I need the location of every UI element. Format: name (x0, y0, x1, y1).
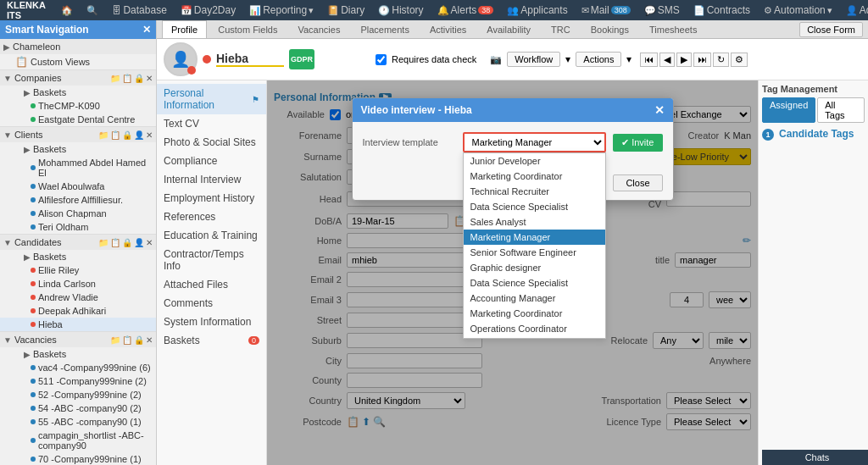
companies-action2[interactable]: 📋 (122, 74, 132, 83)
candidates-action4[interactable]: 👤 (134, 238, 144, 247)
invite-button[interactable]: ✔ Invite (613, 134, 662, 152)
candidates-action2[interactable]: 📋 (110, 238, 120, 247)
vacancies-baskets[interactable]: ▶ Baskets (0, 347, 156, 361)
vacancies-action3[interactable]: 🔒 (134, 335, 144, 345)
tab-bookings[interactable]: Bookings (581, 20, 638, 38)
first-arrow[interactable]: ⏮ (640, 53, 658, 67)
company-eastgate[interactable]: Eastgate Dental Centre (0, 113, 156, 126)
nav-admin[interactable]: 👤 Admin (842, 4, 868, 16)
vacancies-close-icon[interactable]: ✕ (146, 335, 153, 345)
clients-action4[interactable]: 👤 (134, 130, 144, 140)
nav-mail[interactable]: ✉ Mail 308 (577, 4, 635, 16)
candidates-baskets[interactable]: ▶ Baskets (0, 250, 156, 263)
last-arrow[interactable]: ⏭ (693, 53, 711, 67)
nav-contracts[interactable]: 📄 Contracts (689, 4, 754, 16)
nav-education-training[interactable]: Education & Training (157, 226, 266, 245)
candidate-deepak[interactable]: Deepak Adhikari (0, 304, 156, 318)
dropdown-item-6[interactable]: Senior Software Engineer (464, 245, 606, 260)
tab-trc[interactable]: TRC (542, 20, 580, 38)
vacancies-action1[interactable]: 📁 (110, 335, 120, 345)
nav-sms[interactable]: 💬 SMS (640, 4, 684, 16)
nav-home[interactable]: 🏠 (57, 5, 77, 16)
tab-availability[interactable]: Availability (477, 20, 540, 38)
tab-custom-fields[interactable]: Custom Fields (209, 20, 287, 38)
requires-data-check-checkbox[interactable] (376, 54, 387, 65)
tab-vacancies[interactable]: Vacancies (288, 20, 349, 38)
clients-header[interactable]: ▼ Clients 📁 📋 🔒 👤 ✕ (0, 127, 156, 142)
nav-search[interactable]: 🔍 (82, 5, 103, 16)
nav-automation[interactable]: ⚙ Automation ▾ (760, 4, 837, 16)
candidates-close-icon[interactable]: ✕ (146, 238, 153, 247)
client-alison[interactable]: Alison Chapman (0, 207, 156, 220)
vacancies-action2[interactable]: 📋 (122, 335, 132, 345)
dropdown-item-12[interactable]: Nurse Assistant (464, 336, 606, 339)
candidate-linda[interactable]: Linda Carlson (0, 277, 156, 291)
client-wael[interactable]: Wael Aboulwafa (0, 180, 156, 193)
nav-reporting[interactable]: 📊 Reporting ▾ (245, 4, 318, 16)
dropdown-item-3[interactable]: Data Science Specialist (464, 199, 606, 214)
next-arrow[interactable]: ▶ (676, 53, 692, 67)
dropdown-item-10[interactable]: Marketing Coordinator (464, 306, 606, 321)
actions-button[interactable]: Actions (576, 52, 621, 67)
vacancy-52[interactable]: 52 -Company999nine (2) (0, 388, 156, 401)
candidates-action1[interactable]: 📁 (98, 238, 108, 247)
tab-placements[interactable]: Placements (351, 20, 418, 38)
dropdown-item-9[interactable]: Accounting Manager (464, 291, 606, 306)
nav-text-cv[interactable]: Text CV (157, 114, 266, 133)
sidebar-close-icon[interactable]: ✕ (142, 24, 151, 36)
tab-profile[interactable]: Profile (162, 20, 207, 38)
candidate-andrew[interactable]: Andrew Vladie (0, 291, 156, 304)
companies-close-icon[interactable]: ✕ (146, 74, 153, 83)
tab-timesheets[interactable]: Timesheets (640, 20, 706, 38)
client-mohammed[interactable]: Mohammed Abdel Hamed El (0, 156, 156, 180)
candidates-action3[interactable]: 🔒 (122, 238, 132, 247)
candidate-ellie[interactable]: Ellie Riley (0, 263, 156, 277)
nav-employment-history[interactable]: Employment History (157, 189, 266, 208)
companies-header[interactable]: ▼ Companies 📁 📋 🔒 ✕ (0, 70, 156, 86)
clients-action1[interactable]: 📁 (98, 130, 108, 140)
nav-database[interactable]: 🗄 Database (108, 4, 170, 16)
nav-system-info[interactable]: System Information (157, 313, 266, 331)
nav-compliance[interactable]: Compliance (157, 152, 266, 170)
dropdown-item-0[interactable]: Junior Developer (464, 153, 606, 169)
companies-baskets[interactable]: ▶ Baskets (0, 86, 156, 99)
dropdown-item-8[interactable]: Data Science Specialist (464, 275, 606, 291)
vacancy-511[interactable]: 511 -Company999nine (2) (0, 374, 156, 388)
nav-history[interactable]: 🕐 History (374, 4, 427, 16)
tag-tab-all[interactable]: All Tags (817, 97, 865, 123)
nav-alerts[interactable]: 🔔 Alerts 38 (433, 4, 498, 16)
candidate-hieba[interactable]: Hieba (0, 318, 156, 331)
nav-baskets[interactable]: Baskets 0 (157, 331, 266, 350)
companies-action3[interactable]: 🔒 (134, 74, 144, 83)
client-alfilesfore[interactable]: Alfilesfore Alffilliesur. (0, 193, 156, 207)
dropdown-item-4[interactable]: Sales Analyst (464, 214, 606, 230)
nav-day2day[interactable]: 📅 Day2Day (176, 4, 240, 16)
prev-arrow[interactable]: ◀ (659, 53, 675, 67)
dropdown-item-5[interactable]: Marketing Manager (464, 230, 606, 245)
dropdown-item-2[interactable]: Technical Recruiter (464, 184, 606, 199)
clients-action2[interactable]: 📋 (110, 130, 120, 140)
vacancy-vac4[interactable]: vac4 -Company999nine (6) (0, 361, 156, 374)
refresh-icon[interactable]: ↻ (713, 53, 729, 67)
modal-close-icon[interactable]: ✕ (654, 103, 665, 117)
companies-action1[interactable]: 📁 (110, 74, 120, 83)
vacancy-54[interactable]: 54 -ABC -company90 (2) (0, 401, 156, 415)
nav-internal-interview[interactable]: Internal Interview (157, 170, 266, 189)
custom-views-item[interactable]: 📋 Custom Views (0, 54, 156, 69)
clients-close-icon[interactable]: ✕ (146, 130, 153, 140)
nav-contractor-temps[interactable]: Contractor/Temps Info (157, 245, 266, 275)
dropdown-item-7[interactable]: Graphic designer (464, 260, 606, 275)
settings-icon[interactable]: ⚙ (731, 53, 748, 67)
chats-bar[interactable]: Chats (762, 450, 868, 465)
nav-attached-files[interactable]: Attached Files (157, 275, 266, 294)
dropdown-item-11[interactable]: Operations Coordinator (464, 321, 606, 336)
nav-applicants[interactable]: 👥 Applicants (503, 4, 571, 16)
nav-photo-social[interactable]: Photo & Social Sites (157, 133, 266, 152)
dropdown-item-1[interactable]: Marketing Coordinator (464, 169, 606, 184)
interview-template-select[interactable]: Junior Developer Marketing Coordinator T… (463, 132, 607, 152)
clients-baskets[interactable]: ▶ Baskets (0, 142, 156, 156)
nav-references[interactable]: References (157, 208, 266, 226)
nav-diary[interactable]: 📔 Diary (323, 4, 369, 16)
nav-comments[interactable]: Comments (157, 294, 266, 313)
modal-close-button[interactable]: Close (613, 174, 662, 191)
